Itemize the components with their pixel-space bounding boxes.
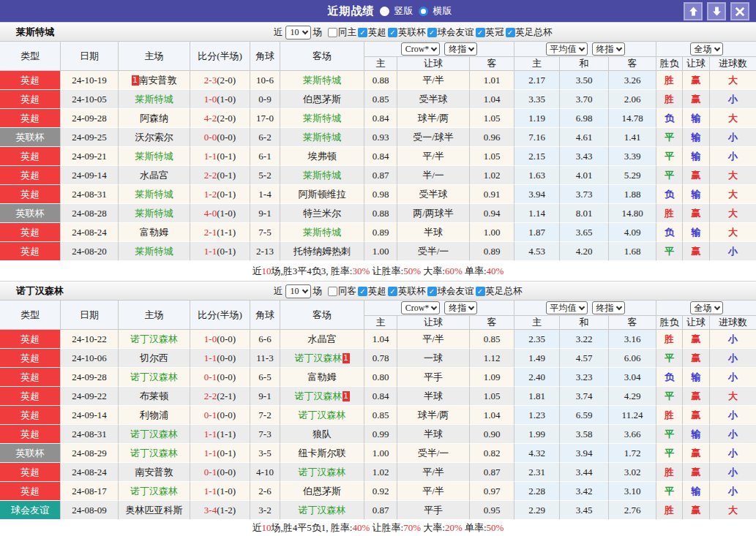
league-3-label[interactable]: 英足总杯 [486, 285, 523, 298]
summary-line: 近10场,胜3平4负3, 胜率:30% 让胜率:50% 大率:60% 单率:40… [0, 261, 756, 281]
title-group: 近期战绩 竖版 横版 [328, 0, 452, 22]
avg-home: 1.23 [514, 406, 560, 425]
league-0-checkbox[interactable]: ✓ [358, 287, 367, 296]
home-team: 阿森纳 [119, 109, 190, 128]
away-team: 托特纳姆热刺 [280, 242, 364, 261]
subcol-avg-away: 客 [609, 57, 656, 71]
league-3-label[interactable]: 英冠 [486, 26, 504, 39]
league-1-label[interactable]: 英联杯 [398, 285, 426, 298]
score-cell: 1-1(0-0) [190, 349, 250, 368]
score-cell: 1-1(0-1) [190, 242, 250, 261]
move-up-button[interactable] [684, 2, 703, 20]
corners-cell: 10-6 [250, 71, 280, 90]
result-outcome: 胜 [656, 90, 683, 109]
league-2-checkbox[interactable]: ✓ [427, 287, 437, 296]
bookmaker-select[interactable]: Crow* [401, 301, 441, 314]
league-type-badge: 英超 [0, 425, 61, 444]
odds-away: 0.85 [470, 330, 514, 349]
move-down-button[interactable] [707, 2, 726, 20]
match-date: 24-08-17 [61, 482, 119, 501]
result-outcome: 平 [656, 444, 683, 463]
recent-count-select[interactable]: 10 [285, 26, 311, 39]
result-goals: 小 [710, 128, 756, 147]
recent-count-select[interactable]: 10 [285, 284, 311, 298]
same-venue-label[interactable]: 同客 [338, 285, 356, 298]
radio-vertical-label[interactable]: 竖版 [394, 4, 413, 18]
result-goals: 大 [710, 223, 756, 242]
radio-horizontal-layout[interactable] [419, 7, 428, 16]
bookmaker-select[interactable]: Crow* [401, 42, 441, 56]
score-cell: 4-0(1-0) [190, 204, 250, 223]
corners-cell: 2-13 [250, 242, 280, 261]
score-cell: 4-2(2-0) [190, 109, 250, 128]
league-3-checkbox[interactable]: ✓ [476, 28, 485, 37]
result-goals: 小 [710, 368, 756, 387]
same-venue-label[interactable]: 同主 [338, 26, 356, 39]
league-2-label[interactable]: 球会友谊 [438, 26, 474, 39]
odds-time-select[interactable]: 终指 [444, 301, 477, 314]
home-team: 莱斯特城 [119, 90, 190, 109]
radio-horizontal-label[interactable]: 横版 [433, 4, 452, 18]
away-team: 莱斯特城 [280, 109, 364, 128]
close-button[interactable] [730, 2, 749, 20]
col-corners: 角球 [250, 301, 280, 330]
summary-segment: 20% [445, 522, 463, 534]
recent-count-value: 10 [291, 27, 299, 38]
league-4-checkbox[interactable]: ✓ [506, 28, 515, 37]
league-0-checkbox[interactable]: ✓ [358, 28, 367, 37]
col-score: 比分(半场) [190, 301, 250, 330]
subcol-away-odds: 客 [470, 57, 514, 71]
summary-segment: 让胜率: [370, 265, 403, 278]
home-team: 莱斯特城 [119, 204, 190, 223]
away-team: 诺丁汉森林 [280, 463, 364, 482]
odds-handicap: 平/半 [397, 482, 470, 501]
league-3-checkbox[interactable]: ✓ [476, 287, 485, 296]
corners-cell: 6-5 [250, 368, 280, 387]
result-outcome: 负 [656, 368, 683, 387]
avg-away: 3.26 [609, 71, 656, 90]
subcol-handicap: 让球 [397, 316, 470, 330]
subcol-goals: 进球数 [710, 57, 756, 71]
score-cell: 1-1(1-1) [190, 425, 250, 444]
avg-time-select[interactable]: 终指 [592, 42, 625, 56]
same-venue-checkbox[interactable] [328, 28, 337, 37]
league-type-badge: 英超 [0, 242, 61, 261]
fulltime-select[interactable]: 全场 [690, 301, 723, 314]
radio-vertical-layout[interactable] [380, 7, 389, 16]
match-date: 24-09-14 [61, 406, 119, 425]
odds-home: 0.87 [364, 501, 397, 520]
away-team: 伯恩茅斯 [280, 482, 364, 501]
league-1-checkbox[interactable]: ✓ [388, 28, 397, 37]
league-2-label[interactable]: 球会友谊 [438, 285, 474, 298]
corners-cell: 6-2 [250, 128, 280, 147]
league-1-checkbox[interactable]: ✓ [388, 287, 397, 296]
league-2-checkbox[interactable]: ✓ [427, 28, 437, 37]
league-type-badge: 英超 [0, 330, 61, 349]
odds-away: 1.01 [470, 71, 514, 90]
window-title: 近期战绩 [328, 4, 375, 18]
odds-home: 0.84 [364, 387, 397, 406]
same-venue-checkbox[interactable] [328, 287, 337, 296]
league-0-label[interactable]: 英超 [368, 285, 386, 298]
odds-home: 0.93 [364, 128, 397, 147]
league-type-badge: 英超 [0, 223, 61, 242]
fulltime-select[interactable]: 全场 [690, 42, 723, 56]
chevron-down-icon [615, 45, 621, 50]
odds-time-select[interactable]: 终指 [444, 42, 477, 56]
chevron-down-icon [714, 303, 719, 309]
result-goals: 小 [710, 349, 756, 368]
average-select[interactable]: 平均值 [546, 301, 588, 314]
odds-handicap: 受半/一 [397, 444, 470, 463]
odds-handicap: 平/半 [397, 463, 470, 482]
subcol-avg-draw: 和 [560, 57, 609, 71]
down-arrow-icon [712, 7, 722, 16]
league-1-label[interactable]: 英联杯 [398, 26, 426, 39]
avg-time-select[interactable]: 终指 [592, 301, 625, 314]
average-select[interactable]: 平均值 [546, 42, 588, 56]
odds-handicap: 一球 [397, 349, 470, 368]
league-4-label[interactable]: 英足总杯 [516, 26, 553, 39]
league-0-label[interactable]: 英超 [368, 26, 386, 39]
league-type-badge: 英超 [0, 90, 61, 109]
avg-draw: 3.70 [560, 90, 609, 109]
avg-draw: 3.22 [560, 330, 609, 349]
